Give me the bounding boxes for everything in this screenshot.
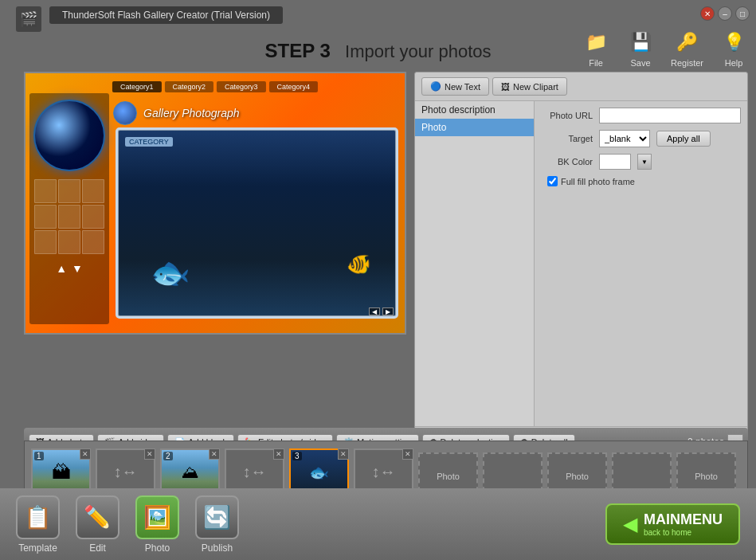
sidebar-nav-up[interactable]: ▲: [56, 262, 67, 275]
window-controls: ✕ – □: [700, 6, 750, 21]
sidebar-cell: [58, 179, 80, 203]
nav-tab-1[interactable]: Category1: [112, 81, 162, 92]
motion-close-2[interactable]: ✕: [273, 448, 284, 460]
step-edit[interactable]: ✏️ Edit: [76, 495, 119, 554]
right-panel: 🔵 New Text 🖼 New Clipart Photo descripti…: [414, 72, 748, 456]
thumb-visual-2: ⛰: [182, 462, 199, 483]
bk-color-swatch[interactable]: [599, 154, 631, 170]
main-menu-sub: back to home: [644, 528, 691, 537]
full-fill-checkbox[interactable]: [547, 176, 558, 186]
rp-toolbar: 🔵 New Text 🖼 New Clipart: [415, 72, 747, 101]
photo-controls: ◀ ▶: [369, 307, 394, 315]
preview-photo-inner: CATEGORY 🐟 🐠: [119, 131, 395, 315]
motion-arrows-2: ↕↔: [243, 463, 267, 481]
preview-inner: Category1 Category2 Category3 Category4: [25, 73, 405, 333]
full-fill-label: Full fill photo frame: [561, 177, 635, 186]
props-panel: Photo URL Target _blank _self _parent Ap…: [535, 101, 747, 426]
photo-url-row: Photo URL: [541, 108, 741, 123]
nav-tab-4[interactable]: Category4: [269, 81, 319, 92]
target-select[interactable]: _blank _self _parent: [599, 130, 650, 147]
sidebar-disc: [33, 100, 105, 171]
nav-tab-2[interactable]: Category2: [164, 81, 213, 92]
thumb-close-3[interactable]: ✕: [338, 448, 349, 460]
clipart-icon: 🖼: [501, 82, 510, 92]
edit-step-icon: ✏️: [76, 495, 119, 539]
preview-globe: [113, 101, 137, 125]
bk-color-dropdown[interactable]: ▼: [637, 154, 652, 170]
motion-close-3[interactable]: ✕: [402, 448, 413, 460]
fish-decoration-2: 🐠: [347, 253, 371, 276]
sidebar-nav-down[interactable]: ▼: [72, 262, 83, 275]
new-text-button[interactable]: 🔵 New Text: [421, 77, 489, 96]
photo-label: Photo: [145, 542, 170, 554]
photo-ctrl-prev[interactable]: ◀: [369, 307, 380, 315]
full-fill-row: Full fill photo frame: [541, 176, 741, 186]
edit-label: Edit: [89, 542, 106, 554]
step-number: STEP 3: [264, 40, 330, 61]
register-button[interactable]: 🔑 Register: [671, 28, 703, 68]
photo-url-input[interactable]: [599, 108, 741, 123]
thumb-num-2: 2: [163, 452, 173, 460]
apply-all-button[interactable]: Apply all: [656, 131, 711, 147]
list-item-photo[interactable]: Photo: [415, 119, 534, 136]
target-row: Target _blank _self _parent Apply all: [541, 130, 741, 147]
new-text-label: New Text: [445, 82, 480, 92]
target-label: Target: [541, 134, 593, 143]
sidebar-grid: [29, 174, 109, 259]
thumb-visual-1: 🏔: [52, 461, 71, 484]
sidebar-cell: [58, 230, 80, 254]
file-icon: 📁: [582, 28, 610, 57]
thumb-close-1[interactable]: ✕: [80, 448, 91, 460]
template-icon: 📋: [16, 495, 60, 539]
motion-close-1[interactable]: ✕: [144, 448, 155, 460]
main-menu-button[interactable]: ◀ MAINMENU back to home: [605, 503, 740, 545]
fish-label: CATEGORY: [125, 137, 173, 147]
sidebar-cell: [34, 205, 57, 229]
text-icon: 🔵: [430, 81, 441, 92]
photo-icon: 🖼️: [135, 495, 179, 539]
save-icon: 💾: [626, 28, 655, 57]
sidebar-cell: [82, 230, 104, 254]
step-template[interactable]: 📋 Template: [16, 495, 60, 554]
empty-photo-label-1: Photo: [437, 472, 460, 481]
empty-photo-label-3: Photo: [566, 472, 589, 481]
title-bar: ThunderSoft Flash Gallery Creator (Trial…: [49, 6, 283, 24]
motion-arrows-3: ↕↔: [372, 463, 396, 481]
app-icon: 🎬: [16, 6, 41, 32]
preview-nav-bar: Category1 Category2 Category3 Category4: [112, 81, 318, 92]
minimize-button[interactable]: –: [718, 6, 732, 21]
preview-photo-area: CATEGORY 🐟 🐠: [117, 129, 397, 317]
thumb-close-2[interactable]: ✕: [209, 448, 220, 460]
main-menu-arrow-icon: ◀: [623, 513, 637, 535]
help-button[interactable]: 💡 Help: [719, 28, 748, 68]
top-toolbar: 📁 File 💾 Save 🔑 Register 💡 Help: [582, 28, 748, 68]
help-icon: 💡: [719, 28, 748, 57]
publish-icon: 🔄: [195, 495, 239, 539]
thumb-num-1: 1: [34, 452, 44, 460]
sidebar-cell: [82, 179, 104, 203]
new-clipart-label: New Clipart: [513, 82, 558, 92]
step-description: Import your photos: [345, 41, 491, 61]
save-button[interactable]: 💾 Save: [626, 28, 655, 68]
step-header: STEP 3 Import your photos: [264, 40, 491, 62]
close-button[interactable]: ✕: [700, 6, 715, 21]
file-label: File: [589, 58, 603, 68]
step-publish[interactable]: 🔄 Publish: [195, 495, 239, 554]
publish-label: Publish: [202, 542, 233, 554]
nav-tab-3[interactable]: Category3: [217, 81, 266, 92]
photo-url-label: Photo URL: [541, 111, 593, 120]
photo-ctrl-next[interactable]: ▶: [382, 307, 394, 315]
new-clipart-button[interactable]: 🖼 New Clipart: [492, 77, 567, 96]
step-navigation: 📋 Template ✏️ Edit 🖼️ Photo 🔄 Publish ◀ …: [0, 488, 756, 560]
list-panel: Photo description Photo: [415, 101, 535, 426]
motion-arrows-1: ↕↔: [114, 463, 138, 481]
step-photo[interactable]: 🖼️ Photo: [135, 495, 179, 554]
register-icon: 🔑: [673, 28, 702, 57]
preview-panel: Category1 Category2 Category3 Category4: [24, 72, 406, 335]
list-item-photo-description[interactable]: Photo description: [415, 101, 534, 119]
file-button[interactable]: 📁 File: [582, 28, 610, 68]
fish-decoration-1: 🐟: [151, 254, 190, 292]
preview-title-text: Gallery Photograph: [143, 107, 240, 119]
maximize-button[interactable]: □: [735, 6, 750, 21]
bk-color-label: BK Color: [541, 157, 593, 166]
